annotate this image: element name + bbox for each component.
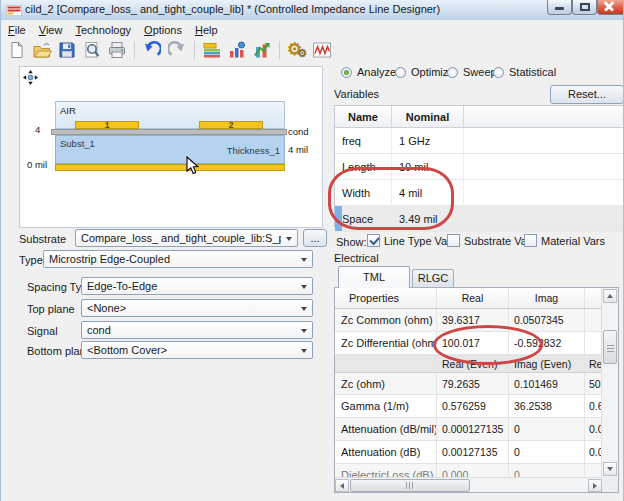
- app-icon: [6, 5, 22, 16]
- tml-row-zc[interactable]: Zc (ohm) 79.2635 0.101469 50.00: [335, 373, 602, 395]
- tml-row-gamma[interactable]: Gamma (1/m) 0.576259 36.2538 0.651: [335, 395, 602, 418]
- col-header-real-even[interactable]: Real (Even): [437, 355, 509, 372]
- tml-row-zc-differential[interactable]: Zc Differential (ohm) 100.017 -0.592832: [335, 332, 602, 355]
- tml-row-attenuation-db[interactable]: Attenuation (dB) 0.00127135 0 0.001: [335, 441, 602, 464]
- compare-chart-icon[interactable]: [251, 40, 273, 60]
- scroll-right-button[interactable]: [588, 479, 602, 492]
- radio-selected-icon: [341, 67, 352, 78]
- variable-row-length[interactable]: Length 10 mil: [335, 154, 624, 180]
- checkbox-material-vars[interactable]: Material Vars: [524, 234, 605, 247]
- thickness-label: Thickness_1: [227, 145, 280, 156]
- menu-view[interactable]: View: [39, 24, 63, 36]
- checkbox-substrate-vars[interactable]: Substrate Vars: [447, 234, 536, 247]
- spacing-type-select[interactable]: Edge-To-Edge: [81, 277, 313, 295]
- variable-row-width[interactable]: Width 4 mil: [335, 180, 624, 206]
- tml-row-zc-common[interactable]: Zc Common (ohm) 39.6317 0.0507345: [335, 309, 602, 332]
- radio-statistical[interactable]: Statistical: [493, 66, 556, 78]
- analyze-chart-icon[interactable]: [226, 40, 248, 60]
- substrate-region: Subst_1 Thickness_1: [55, 135, 285, 164]
- electrical-title: Electrical: [334, 252, 379, 264]
- signal-select[interactable]: cond: [81, 321, 313, 339]
- scroll-down-button[interactable]: [603, 462, 617, 476]
- tml-table-content: Real Imag Zc Common (ohm) 39.6317 0.0507…: [335, 288, 602, 477]
- horizontal-scrollbar[interactable]: [335, 477, 602, 492]
- cross-section-panel: AIR 1 2 Subst_1 Thickness_1 4 0 mil cond…: [19, 66, 323, 228]
- title-bar: cild_2 [Compare_loss_ and_tight_couple_l…: [1, 0, 624, 21]
- maximize-icon: [580, 3, 590, 11]
- air-label: AIR: [60, 105, 76, 116]
- tick-bottom: 0 mil: [27, 159, 47, 170]
- move-handle-icon[interactable]: [23, 70, 38, 85]
- type-select[interactable]: Microstrip Edge-Coupled: [43, 250, 313, 268]
- variables-table-header: Name Nominal: [335, 106, 624, 128]
- scroll-up-button[interactable]: [603, 289, 617, 303]
- vertical-scroll-thumb[interactable]: [603, 330, 617, 364]
- close-button[interactable]: [597, 0, 624, 15]
- vertical-scrollbar[interactable]: [601, 288, 618, 477]
- top-plane-select[interactable]: <None>: [81, 299, 313, 317]
- menu-options[interactable]: Options: [144, 24, 182, 36]
- col-header-imag[interactable]: Imag: [509, 288, 585, 308]
- substrate-browse-button[interactable]: ...: [303, 229, 327, 247]
- save-icon[interactable]: [56, 40, 78, 60]
- substrate-select[interactable]: Compare_loss_ and_tight_couple_lib:S_par…: [75, 229, 298, 247]
- open-file-icon[interactable]: [31, 40, 53, 60]
- bottom-plane-select[interactable]: <Bottom Cover>: [81, 341, 313, 359]
- selection-indicator: [335, 206, 343, 231]
- simulation-settings-icon[interactable]: ⚙ ⚙: [286, 40, 308, 60]
- checkbox-line-type-vars[interactable]: Line Type Vars: [367, 234, 456, 247]
- toolbar-separator: [134, 41, 135, 59]
- minimize-icon: [555, 7, 564, 10]
- chevron-down-icon: [301, 307, 307, 311]
- col-header-real-odd[interactable]: Real (: [585, 355, 602, 372]
- chevron-down-icon: [301, 329, 307, 333]
- chevron-down-icon: [301, 285, 307, 289]
- variables-title: Variables: [334, 88, 379, 100]
- horizontal-scroll-thumb[interactable]: [350, 479, 470, 492]
- redo-icon[interactable]: [166, 40, 188, 60]
- plot-results-icon[interactable]: [311, 40, 333, 60]
- substrate-label: Subst_1: [60, 138, 95, 149]
- conductor-2[interactable]: 2: [199, 121, 263, 129]
- new-file-icon[interactable]: [6, 40, 28, 60]
- tick-top: 4: [35, 124, 40, 135]
- substrate-stack-icon[interactable]: [201, 40, 223, 60]
- col-header-real[interactable]: Real: [437, 288, 509, 308]
- minimize-button[interactable]: [547, 0, 572, 15]
- toolbar: ⚙ ⚙: [1, 39, 624, 61]
- col-header-imag-even[interactable]: Imag (Even): [509, 355, 585, 372]
- reset-button[interactable]: Reset...: [550, 85, 624, 104]
- tml-row-partial[interactable]: DielectricLoss (dB) 0.000 0: [335, 464, 602, 477]
- zoom-icon[interactable]: [81, 40, 103, 60]
- menu-bar: File View Technology Options Help: [1, 20, 624, 39]
- chevron-down-icon: [286, 237, 292, 241]
- scrollbar-corner: [602, 477, 618, 492]
- menu-technology[interactable]: Technology: [75, 24, 131, 36]
- col-header-nominal[interactable]: Nominal: [392, 106, 464, 127]
- tab-rlgc[interactable]: RLGC: [412, 269, 454, 288]
- maximize-button[interactable]: [572, 0, 597, 15]
- bottom-cover-layer: [55, 164, 285, 171]
- tml-row-attenuation-mil[interactable]: Attenuation (dB/mil) 0.000127135 0 0.000: [335, 418, 602, 441]
- conductor-1[interactable]: 1: [75, 121, 139, 129]
- col-header-name[interactable]: Name: [335, 106, 392, 127]
- chevron-down-icon: [301, 349, 307, 353]
- radio-optimize[interactable]: Optimize: [395, 66, 454, 78]
- print-icon[interactable]: [106, 40, 128, 60]
- window-title: cild_2 [Compare_loss_ and_tight_couple_l…: [25, 3, 440, 15]
- tab-tml-properties[interactable]: TML Properties: [338, 266, 410, 288]
- undo-icon[interactable]: [141, 40, 163, 60]
- radio-sweep[interactable]: Sweep: [447, 66, 497, 78]
- type-field-label: Type: [19, 254, 43, 266]
- radio-analyze[interactable]: Analyze: [341, 66, 396, 78]
- menu-help[interactable]: Help: [195, 24, 218, 36]
- variable-row-space[interactable]: Space 3.49 mil: [335, 206, 624, 232]
- tml-subheader-row: Real (Even) Imag (Even) Real (: [335, 355, 602, 373]
- checkbox-checked-icon: [367, 234, 380, 247]
- scroll-left-button[interactable]: [335, 479, 349, 492]
- variable-row-freq[interactable]: freq 1 GHz: [335, 128, 624, 154]
- show-label: Show:: [336, 236, 367, 248]
- substrate-field-label: Substrate: [19, 233, 66, 245]
- menu-file[interactable]: File: [8, 24, 26, 36]
- cond-layer-label: cond: [288, 126, 309, 137]
